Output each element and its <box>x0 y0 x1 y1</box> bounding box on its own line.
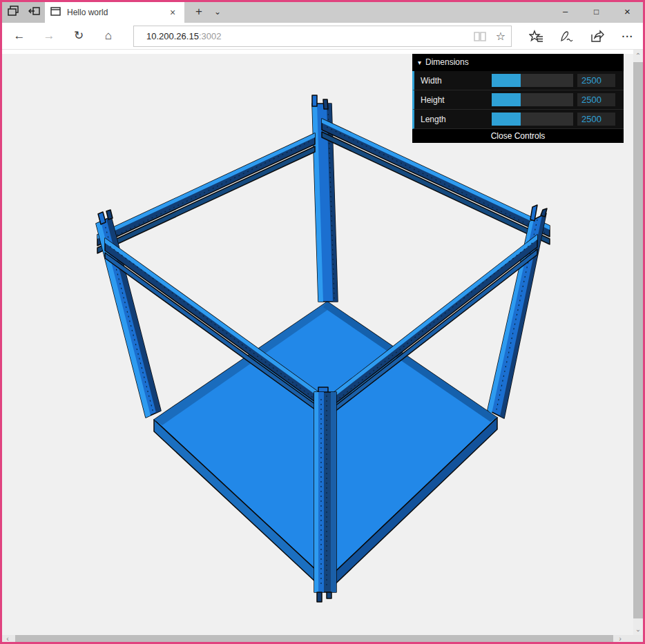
height-row: Height <box>412 90 624 110</box>
height-label: Height <box>414 95 492 105</box>
horizontal-scroll-thumb[interactable] <box>15 635 613 643</box>
width-slider[interactable] <box>492 74 573 87</box>
vertical-scrollbar[interactable]: ⌃ ⌄ <box>633 50 643 636</box>
length-slider[interactable] <box>492 113 573 126</box>
set-tabs-aside-icon[interactable] <box>28 5 41 20</box>
height-value-input[interactable] <box>577 93 615 106</box>
more-options-icon[interactable]: ··· <box>613 23 643 50</box>
collapse-caret-icon: ▾ <box>418 54 421 71</box>
close-button[interactable]: × <box>612 2 643 23</box>
back-icon[interactable]: ← <box>9 23 30 50</box>
horizontal-scrollbar[interactable]: ‹ › <box>2 635 633 643</box>
length-row: Length <box>412 110 624 129</box>
refresh-icon[interactable]: ↻ <box>68 23 89 50</box>
reading-view-icon <box>470 26 490 47</box>
forward-icon: → <box>39 23 59 50</box>
edge-browser-window: Hello world × + ⌄ – □ × ← → ↻ ⌂ 10.200.2… <box>0 0 645 644</box>
scroll-left-icon[interactable]: ‹ <box>3 635 12 643</box>
navigation-bar: ← → ↻ ⌂ 10.200.26.15:3002 ☆ ··· <box>2 23 643 50</box>
length-label: Length <box>414 115 492 124</box>
url-text: 10.200.26.15:3002 <box>146 31 470 41</box>
tab-favicon <box>50 6 61 19</box>
toolbar-icons: ··· <box>521 23 643 50</box>
page-content: ▾Dimensions Width Height Length Close Co… <box>2 50 633 636</box>
height-slider[interactable] <box>492 93 573 106</box>
width-slider-fill <box>492 74 521 87</box>
scroll-right-icon[interactable]: › <box>615 635 625 643</box>
width-value-input[interactable] <box>577 74 615 87</box>
tab-aside-buttons <box>2 2 45 23</box>
length-value-input[interactable] <box>577 113 615 126</box>
panel-header[interactable]: ▾Dimensions <box>412 54 624 71</box>
tab-title: Hello world <box>67 8 166 17</box>
scroll-down-icon[interactable]: ⌄ <box>633 625 643 634</box>
vertical-scroll-thumb[interactable] <box>633 62 643 618</box>
new-tab-button[interactable]: + <box>190 2 208 23</box>
width-row: Width <box>412 71 624 90</box>
panel-title: Dimensions <box>425 57 469 67</box>
tabs-preview-icon[interactable] <box>7 5 19 20</box>
maximize-button[interactable]: □ <box>581 2 612 23</box>
length-slider-fill <box>492 113 521 126</box>
home-icon[interactable]: ⌂ <box>98 23 119 50</box>
browser-tab[interactable]: Hello world × <box>45 2 184 23</box>
web-notes-pen-icon[interactable] <box>552 23 582 50</box>
tab-bar: Hello world × + ⌄ – □ × <box>2 2 643 23</box>
tab-close-icon[interactable]: × <box>166 7 179 18</box>
minimize-button[interactable]: – <box>550 2 581 23</box>
window-controls: – □ × <box>550 2 643 23</box>
favorite-star-icon[interactable]: ☆ <box>490 26 511 47</box>
width-label: Width <box>414 76 492 86</box>
tab-dropdown-icon[interactable]: ⌄ <box>209 2 226 23</box>
url-port: :3002 <box>199 31 222 41</box>
scroll-up-icon[interactable]: ⌃ <box>633 51 643 61</box>
height-slider-fill <box>492 93 521 106</box>
close-controls-button[interactable]: Close Controls <box>412 129 624 143</box>
address-bar[interactable]: 10.200.26.15:3002 ☆ <box>133 26 512 47</box>
scrollbar-corner <box>633 635 643 643</box>
url-host: 10.200.26.15 <box>146 31 199 41</box>
dimensions-control-panel: ▾Dimensions Width Height Length Close Co… <box>412 54 624 143</box>
hub-favorites-icon[interactable] <box>521 23 552 50</box>
share-icon[interactable] <box>582 23 613 50</box>
